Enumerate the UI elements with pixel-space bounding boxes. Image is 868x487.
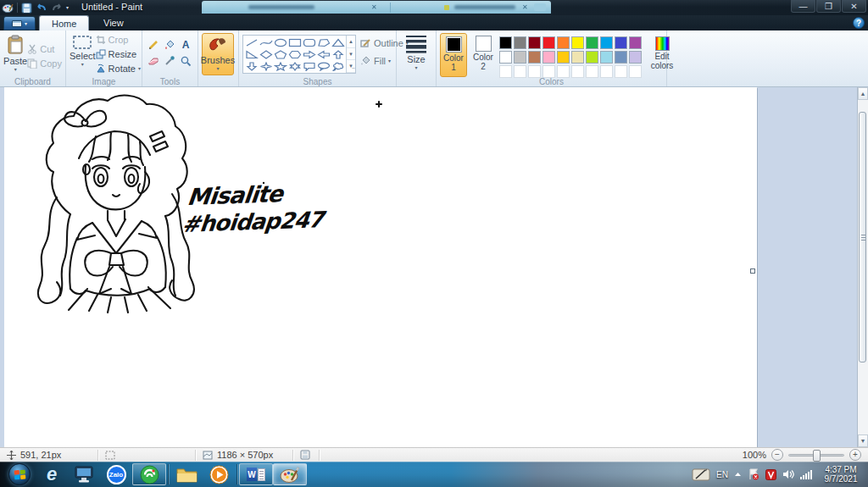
fill-tool-button[interactable] xyxy=(162,37,177,53)
edit-colors-button[interactable]: Edit colors xyxy=(646,33,678,75)
tab-view[interactable]: View xyxy=(92,15,136,30)
vertical-scrollbar[interactable]: ▲ ▼ xyxy=(857,87,868,447)
speaker-icon[interactable] xyxy=(782,469,794,479)
shapes-scroll-down-icon[interactable]: ▼ xyxy=(347,48,355,61)
shape-pentagon[interactable] xyxy=(273,48,287,60)
palette-empty-swatch[interactable] xyxy=(586,65,598,78)
shape-four-point-star[interactable] xyxy=(259,60,273,72)
palette-color-swatch[interactable] xyxy=(600,51,613,64)
palette-empty-swatch[interactable] xyxy=(514,65,526,78)
zoom-in-button[interactable]: + xyxy=(849,449,861,461)
hidden-icons-arrow-icon[interactable] xyxy=(734,472,742,477)
palette-color-swatch[interactable] xyxy=(586,36,598,49)
tab-home[interactable]: Home xyxy=(39,15,89,30)
palette-color-swatch[interactable] xyxy=(629,51,642,64)
text-tool-button[interactable]: A xyxy=(178,37,193,53)
taskbar-item-media-player[interactable] xyxy=(203,462,235,486)
minimize-button[interactable]: — xyxy=(791,0,815,13)
shape-oval[interactable] xyxy=(273,36,287,48)
palette-color-swatch[interactable] xyxy=(615,51,627,64)
shape-rectangle[interactable] xyxy=(287,36,302,48)
shape-right-arrow[interactable] xyxy=(302,48,316,60)
shape-rounded-rectangle[interactable] xyxy=(302,36,316,48)
magnifier-tool-button[interactable] xyxy=(178,53,193,69)
taskbar-item-zalo[interactable]: Zalo xyxy=(100,462,132,486)
shape-six-point-star[interactable] xyxy=(287,60,302,72)
save-icon[interactable] xyxy=(21,3,32,14)
undo-icon[interactable] xyxy=(36,3,47,13)
qat-dropdown-icon[interactable]: ▾ xyxy=(66,5,69,10)
restore-button[interactable]: ❐ xyxy=(816,0,841,13)
palette-color-swatch[interactable] xyxy=(600,36,613,49)
shape-polygon[interactable] xyxy=(316,36,331,48)
color2-button[interactable]: Color 2 xyxy=(470,33,496,77)
shape-up-arrow[interactable] xyxy=(331,48,345,60)
scroll-down-icon[interactable]: ▼ xyxy=(858,434,868,447)
zoom-out-button[interactable]: − xyxy=(771,449,783,461)
resize-button[interactable]: Resize xyxy=(96,47,141,61)
brushes-button[interactable]: Brushes ▾ xyxy=(202,33,234,75)
shape-oval-callout[interactable] xyxy=(316,60,331,72)
taskbar-item-paint[interactable] xyxy=(273,463,307,485)
shape-triangle[interactable] xyxy=(331,36,345,48)
language-indicator[interactable]: EN xyxy=(716,470,728,479)
shapes-more-icon[interactable]: ▼̲ xyxy=(347,60,355,73)
help-button[interactable]: ? xyxy=(853,17,865,29)
taskbar-item-explorer[interactable] xyxy=(170,462,203,486)
eraser-tool-button[interactable] xyxy=(146,53,161,69)
unikey-icon[interactable] xyxy=(765,469,776,480)
scrollbar-thumb[interactable] xyxy=(859,112,866,362)
palette-color-swatch[interactable] xyxy=(514,36,526,49)
scrollbar-track[interactable] xyxy=(858,100,868,434)
palette-empty-swatch[interactable] xyxy=(615,65,627,78)
start-button[interactable] xyxy=(3,462,36,486)
palette-color-swatch[interactable] xyxy=(571,51,584,64)
palette-empty-swatch[interactable] xyxy=(571,65,584,78)
paste-button[interactable]: Paste ▾ xyxy=(3,33,27,75)
palette-color-swatch[interactable] xyxy=(557,51,570,64)
zoom-slider-track[interactable] xyxy=(788,454,844,457)
drawing-canvas[interactable]: Misalite #hoidap247 xyxy=(4,87,757,447)
taskbar-item-word[interactable]: W xyxy=(239,463,273,485)
shape-left-arrow[interactable] xyxy=(316,48,331,60)
color1-button[interactable]: Color 1 xyxy=(440,33,467,77)
palette-color-swatch[interactable] xyxy=(514,51,526,64)
scroll-up-icon[interactable]: ▲ xyxy=(858,87,868,100)
shape-curve[interactable] xyxy=(259,36,273,48)
shape-cloud-callout[interactable] xyxy=(331,60,345,72)
pencil-tool-button[interactable] xyxy=(146,37,161,53)
palette-color-swatch[interactable] xyxy=(528,36,541,49)
palette-empty-swatch[interactable] xyxy=(557,65,570,78)
shape-diamond[interactable] xyxy=(259,48,273,60)
palette-color-swatch[interactable] xyxy=(542,36,555,49)
shape-line[interactable] xyxy=(244,36,259,48)
zoom-slider-thumb[interactable] xyxy=(813,450,821,462)
paint-menu-button[interactable]: ▾ xyxy=(3,16,36,30)
select-button[interactable]: Select ▾ xyxy=(70,33,96,75)
close-button[interactable]: ✕ xyxy=(842,0,866,13)
shape-rounded-callout[interactable] xyxy=(302,60,316,72)
shape-five-point-star[interactable] xyxy=(273,60,287,72)
palette-color-swatch[interactable] xyxy=(629,36,642,49)
palette-empty-swatch[interactable] xyxy=(629,65,642,78)
palette-color-swatch[interactable] xyxy=(615,36,627,49)
palette-color-swatch[interactable] xyxy=(499,36,512,49)
palette-color-swatch[interactable] xyxy=(586,51,598,64)
palette-empty-swatch[interactable] xyxy=(600,65,613,78)
palette-color-swatch[interactable] xyxy=(499,51,512,64)
palette-color-swatch[interactable] xyxy=(571,36,584,49)
palette-color-swatch[interactable] xyxy=(557,36,570,49)
taskbar-clock[interactable]: 4:37 PM 9/7/2021 xyxy=(819,465,863,484)
shape-right-triangle[interactable] xyxy=(244,48,259,60)
shapes-scroll-up-icon[interactable]: ▲ xyxy=(347,36,355,48)
network-signal-icon[interactable] xyxy=(800,469,813,479)
palette-color-swatch[interactable] xyxy=(528,51,541,64)
shape-hexagon[interactable] xyxy=(287,48,302,60)
palette-color-swatch[interactable] xyxy=(542,51,555,64)
color-picker-tool-button[interactable] xyxy=(162,53,177,69)
size-button[interactable]: Size ▾ xyxy=(400,33,432,75)
taskbar-item-internet-explorer[interactable]: e xyxy=(36,462,68,486)
canvas-resize-handle[interactable] xyxy=(750,268,755,274)
palette-empty-swatch[interactable] xyxy=(542,65,555,78)
palette-empty-swatch[interactable] xyxy=(499,65,512,78)
